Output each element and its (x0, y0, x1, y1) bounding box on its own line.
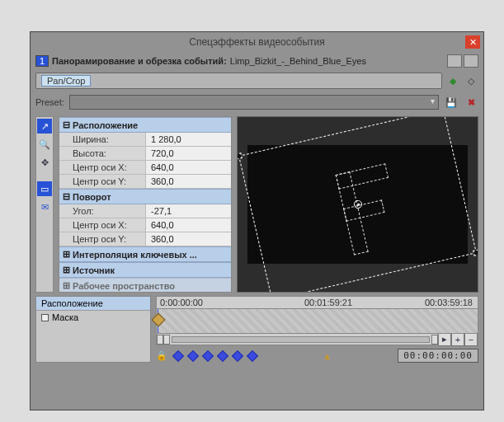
move-tool[interactable]: ↗ (37, 119, 52, 134)
center-y-value[interactable]: 360,0 (146, 175, 231, 188)
preset-row: Preset: 💾 ✖ (31, 91, 483, 113)
save-preset-button[interactable]: 💾 (444, 95, 459, 110)
marker-5[interactable] (232, 349, 243, 361)
preview-pane[interactable] (237, 116, 478, 293)
center-x-label: Центр оси X: (59, 161, 146, 174)
lock-icon[interactable]: 🔒 (156, 350, 167, 362)
height-value[interactable]: 720,0 (146, 147, 231, 160)
source-file-name: Limp_Bizkit_-_Behind_Blue_Eyes (230, 56, 366, 66)
add-plugin-button[interactable]: ◆ (445, 73, 460, 88)
timecode-display[interactable]: 00:00:00:00 (398, 349, 478, 363)
crop-handle-br[interactable] (473, 249, 478, 256)
group-keyframe-interp[interactable]: ⊞Интерполяция ключевых ... (59, 246, 231, 262)
delete-icon: ✖ (468, 97, 475, 108)
time-ruler[interactable]: 0:00:00:00 00:01:59:21 00:03:59:18 (156, 296, 478, 309)
window-title: Спецэффекты видеособытия (189, 36, 325, 48)
preset-label: Preset: (35, 97, 64, 107)
group-rotation[interactable]: ⊟Поворот (59, 189, 231, 204)
zoom-out-button[interactable]: − (464, 333, 478, 346)
hand-icon: ✥ (41, 157, 49, 168)
keyframe-diamond[interactable] (152, 313, 166, 327)
screen-icon: ▭ (40, 184, 49, 195)
expand-icon: ⊞ (63, 265, 69, 275)
header-toggle-a[interactable] (447, 54, 462, 68)
rot-center-y-label: Центр оси Y: (59, 232, 146, 246)
track-position[interactable]: Расположение (36, 297, 150, 311)
track-number-chip: 1 (35, 55, 49, 67)
envelope-icon: ✉ (41, 202, 49, 213)
mask-checkbox[interactable] (41, 314, 49, 321)
angle-value[interactable]: -27,1 (146, 204, 231, 218)
titlebar: Спецэффекты видеособытия ✕ (31, 32, 483, 52)
crop-handle-tl[interactable] (237, 152, 243, 159)
angle-label: Угол: (59, 204, 146, 218)
event-header: 1 Панорамирование и обрезка событий: Lim… (31, 52, 483, 70)
header-toggle-b[interactable] (464, 54, 478, 68)
crop-center-handle[interactable] (353, 199, 363, 209)
delete-preset-button[interactable]: ✖ (464, 95, 478, 110)
marker-6[interactable] (247, 349, 258, 361)
marker-1[interactable] (172, 349, 184, 361)
ruler-tick-1: 00:01:59:21 (304, 298, 352, 307)
track-list: Расположение Маска (35, 296, 151, 363)
marker-row: 🔒 ▲ 00:00:00:00 (156, 345, 478, 363)
scroll-left-nub[interactable] (157, 335, 163, 345)
rot-center-y-value[interactable]: 360,0 (146, 232, 231, 246)
height-label: Высота: (59, 147, 146, 160)
plugin-chain-row: Pan/Crop ◆ ◇ (31, 70, 483, 91)
group-workspace[interactable]: ⊞Рабочее пространство (59, 278, 231, 293)
timeline-area: Расположение Маска 0:00:00:00 00:01:59:2… (31, 293, 483, 368)
hand-tool[interactable]: ✥ (37, 155, 52, 170)
group-source[interactable]: ⊞Источник (59, 262, 231, 278)
scroll-left-nub2[interactable] (163, 335, 170, 345)
center-y-label: Центр оси Y: (59, 175, 146, 188)
save-icon: 💾 (445, 97, 457, 108)
marker-flag-icon[interactable]: ▲ (323, 351, 332, 361)
zoom-in-button[interactable]: + (451, 333, 464, 346)
expand-icon: ⊞ (63, 280, 69, 291)
minus-icon: − (469, 335, 473, 345)
envelope-tool[interactable]: ✉ (37, 199, 52, 214)
ruler-tick-2: 00:03:59:18 (425, 298, 473, 307)
preset-combo[interactable] (69, 95, 439, 110)
remove-plugin-button[interactable]: ◇ (464, 73, 478, 88)
track-mask[interactable]: Маска (36, 311, 150, 324)
tool-column: ↗ 🔍 ✥ ▭ ✉ (35, 116, 54, 293)
plus-icon: + (455, 335, 460, 345)
marker-4[interactable] (217, 349, 228, 361)
collapse-icon: ⊟ (63, 120, 69, 130)
center-x-value[interactable]: 640,0 (146, 161, 231, 174)
close-icon: ✕ (469, 37, 477, 48)
play-button[interactable]: ▸ (438, 333, 451, 346)
screen-tool[interactable]: ▭ (37, 181, 52, 196)
group-position[interactable]: ⊟Расположение (59, 117, 231, 133)
marker-2[interactable] (187, 349, 199, 361)
timeline-scrollbar[interactable]: ▸ + − (156, 334, 478, 345)
pan-crop-chip[interactable]: Pan/Crop (41, 75, 91, 87)
scroll-right-nub[interactable] (431, 335, 438, 345)
rot-center-x-label: Центр оси X: (59, 218, 146, 232)
scroll-track[interactable] (172, 336, 430, 343)
play-icon: ▸ (442, 334, 447, 345)
rot-center-x-value[interactable]: 640,0 (146, 218, 231, 232)
expand-icon: ⊞ (63, 249, 69, 260)
arrow-icon: ↗ (41, 121, 49, 132)
zoom-tool[interactable]: 🔍 (37, 137, 52, 152)
collapse-icon: ⊟ (63, 191, 69, 202)
width-label: Ширина: (59, 133, 146, 146)
keyframe-lane[interactable] (156, 309, 478, 334)
marker-3[interactable] (202, 349, 214, 361)
plugin-chain[interactable]: Pan/Crop (35, 73, 442, 89)
effects-window: Спецэффекты видеособытия ✕ 1 Панорамиров… (30, 31, 484, 410)
ruler-tick-0: 0:00:00:00 (160, 298, 203, 307)
width-value[interactable]: 1 280,0 (146, 133, 231, 146)
zoom-icon: 🔍 (39, 139, 50, 150)
properties-panel: ⊟Расположение Ширина:1 280,0 Высота:720,… (59, 116, 232, 293)
pan-crop-label: Панорамирование и обрезка событий: (52, 56, 227, 66)
close-button[interactable]: ✕ (465, 35, 480, 49)
crop-gizmo[interactable] (238, 116, 477, 293)
